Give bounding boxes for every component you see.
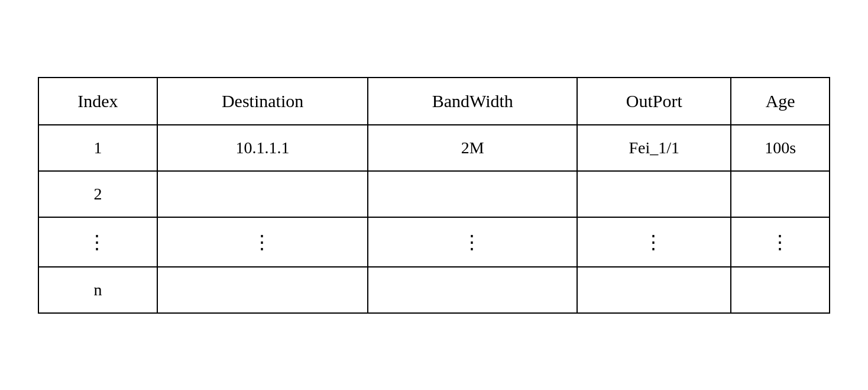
cell-outport-1: Fei_1/1: [577, 125, 731, 171]
col-header-outport: OutPort: [577, 78, 731, 125]
cell-age-ellipsis: ⋮: [731, 217, 830, 267]
table-row: n: [38, 267, 830, 313]
routing-table: Index Destination BandWidth OutPort Age …: [38, 77, 830, 314]
cell-destination-ellipsis: ⋮: [157, 217, 368, 267]
col-header-bandwidth: BandWidth: [368, 78, 577, 125]
col-header-index: Index: [38, 78, 157, 125]
cell-index-1: 1: [38, 125, 157, 171]
cell-destination-n: [157, 267, 368, 313]
col-header-destination: Destination: [157, 78, 368, 125]
cell-bandwidth-2: [368, 171, 577, 217]
cell-outport-n: [577, 267, 731, 313]
cell-age-2: [731, 171, 830, 217]
col-header-age: Age: [731, 78, 830, 125]
cell-index-ellipsis: ⋮: [38, 217, 157, 267]
cell-bandwidth-n: [368, 267, 577, 313]
cell-destination-2: [157, 171, 368, 217]
cell-bandwidth-ellipsis: ⋮: [368, 217, 577, 267]
cell-index-2: 2: [38, 171, 157, 217]
table-row: 1 10.1.1.1 2M Fei_1/1 100s: [38, 125, 830, 171]
cell-outport-ellipsis: ⋮: [577, 217, 731, 267]
cell-bandwidth-1: 2M: [368, 125, 577, 171]
cell-destination-1: 10.1.1.1: [157, 125, 368, 171]
table-row: 2: [38, 171, 830, 217]
table-row ellipsis-row: ⋮ ⋮ ⋮ ⋮ ⋮: [38, 217, 830, 267]
cell-age-n: [731, 267, 830, 313]
table-container: Index Destination BandWidth OutPort Age …: [38, 77, 830, 314]
cell-age-1: 100s: [731, 125, 830, 171]
header-row: Index Destination BandWidth OutPort Age: [38, 78, 830, 125]
cell-index-n: n: [38, 267, 157, 313]
cell-outport-2: [577, 171, 731, 217]
